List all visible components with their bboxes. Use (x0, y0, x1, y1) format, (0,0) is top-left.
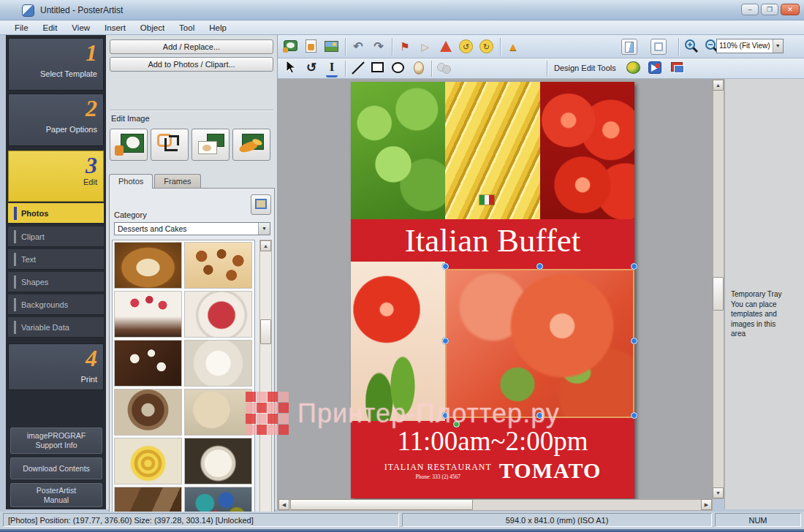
selection-handle-bottom-center[interactable] (536, 412, 543, 419)
scrollbar-thumb[interactable] (713, 277, 724, 311)
photo-thumbnail[interactable] (114, 438, 182, 484)
design-canvas[interactable]: Italian Buffet 11:00am~2:00pm ITALIAN RE… (278, 79, 713, 499)
select-tool-icon[interactable] (282, 60, 300, 77)
flip-horizontal-button[interactable]: ⚑ (396, 38, 414, 56)
tomatoes-photo[interactable] (540, 82, 634, 219)
effects-cone-button[interactable]: ▲ (504, 38, 522, 56)
poster-info-band[interactable]: 11:00am~2:00pm ITALIAN RESTAURANT Phone:… (351, 421, 634, 498)
scroll-up-icon[interactable]: ▲ (713, 80, 724, 91)
frame-style-button[interactable] (651, 39, 667, 55)
rotate-right-button[interactable]: ↻ (478, 38, 496, 56)
step-select-template[interactable]: 1 Select Template (8, 38, 104, 91)
scroll-down-icon[interactable]: ▼ (713, 487, 724, 498)
background-remove-tool-icon[interactable] (626, 60, 643, 77)
stamp-tool-icon[interactable] (411, 60, 428, 77)
temporary-tray[interactable]: Temporary Tray You can place templates a… (724, 79, 804, 509)
tomato-pea-photo[interactable] (351, 262, 445, 421)
canvas-vertical-scrollbar[interactable]: ▲ ▼ (713, 79, 724, 499)
sidebar-item-text[interactable]: Text (8, 249, 104, 270)
menu-tool[interactable]: Tool (172, 22, 202, 34)
selection-handle-bottom-right[interactable] (631, 412, 637, 419)
posterartist-manual-button[interactable]: PosterArtist Manual (10, 483, 102, 507)
photo-thumbnail[interactable] (114, 291, 182, 338)
photo-edit-tool-icon[interactable] (670, 60, 687, 77)
poster-title[interactable]: Italian Buffet (405, 221, 580, 259)
selection-handle-mid-left[interactable] (442, 338, 449, 344)
step-edit[interactable]: 3 Edit (8, 151, 104, 202)
scroll-left-icon[interactable]: ◀ (278, 499, 289, 510)
rotate-left-button[interactable]: ↺ (458, 38, 475, 56)
category-dropdown[interactable]: Desserts and Cakes ▼ (114, 222, 270, 235)
scrollbar-thumb[interactable] (260, 319, 271, 344)
frame-tool-button[interactable] (191, 129, 230, 161)
photo-thumbnail[interactable] (184, 389, 252, 436)
menu-view[interactable]: View (64, 22, 97, 34)
variable-data-tool-icon[interactable] (648, 60, 665, 77)
flip-vertical-button[interactable]: ▷ (417, 38, 434, 56)
lettuce-photo[interactable] (351, 82, 445, 219)
close-button[interactable]: ✕ (781, 4, 800, 15)
photo-grid-scrollbar[interactable]: ▲ ▼ (259, 240, 272, 532)
poster-page[interactable]: Italian Buffet 11:00am~2:00pm ITALIAN RE… (351, 82, 634, 498)
selection-handle-top-center[interactable] (536, 263, 543, 270)
canvas-horizontal-scrollbar[interactable]: ◀ ▶ (278, 499, 713, 511)
rotate-tool-icon[interactable]: ↺ (303, 60, 320, 77)
rotate-handle[interactable] (453, 421, 460, 428)
photo-thumbnail[interactable] (114, 389, 182, 436)
minimize-button[interactable]: – (741, 4, 759, 15)
selection-handle-mid-right[interactable] (631, 338, 637, 344)
menu-insert[interactable]: Insert (97, 22, 133, 34)
photo-thumbnail[interactable] (114, 340, 182, 387)
menu-object[interactable]: Object (133, 22, 172, 34)
paper-view-button[interactable] (621, 39, 637, 55)
add-replace-button[interactable]: Add / Replace... (110, 39, 273, 54)
selection-handle-top-right[interactable] (631, 263, 637, 270)
sidebar-item-photos[interactable]: Photos (8, 203, 104, 224)
step-print[interactable]: 4 Print (8, 343, 104, 390)
undo-button[interactable]: ↶ (349, 38, 367, 56)
restaurant-name[interactable]: TOMATO (499, 458, 601, 483)
menu-edit[interactable]: Edit (36, 22, 65, 34)
zoom-in-icon[interactable] (683, 38, 700, 56)
tab-frames[interactable]: Frames (154, 174, 200, 189)
restaurant-label[interactable]: ITALIAN RESTAURANT (384, 462, 492, 473)
menu-help[interactable]: Help (202, 22, 234, 34)
maximize-button[interactable]: ❐ (761, 4, 778, 15)
selected-tomato-slice-photo[interactable] (445, 269, 634, 418)
photo-thumbnail[interactable] (184, 438, 252, 484)
ellipse-tool-icon[interactable] (390, 60, 408, 77)
insert-template-button[interactable] (303, 38, 320, 56)
thumbnail-view-button[interactable] (251, 194, 271, 215)
sidebar-item-backgrounds[interactable]: Backgrounds (8, 294, 104, 315)
photo-library-button[interactable] (323, 38, 341, 56)
chevron-down-icon[interactable]: ▼ (258, 223, 270, 235)
download-contents-button[interactable]: Download Contents (10, 457, 102, 479)
add-image-button[interactable] (282, 38, 300, 56)
poster-hours[interactable]: 11:00am~2:00pm (351, 425, 634, 457)
retouch-tool-button[interactable] (232, 129, 270, 161)
scroll-right-icon[interactable]: ▶ (701, 499, 712, 510)
selection-handle-bottom-left[interactable] (442, 412, 449, 419)
restaurant-phone[interactable]: Phone: 333 (2) 4567 (384, 474, 492, 480)
rotate-object-button[interactable] (437, 38, 455, 56)
line-tool-icon[interactable] (349, 60, 367, 77)
scroll-up-icon[interactable]: ▲ (260, 240, 271, 251)
photo-thumbnail[interactable] (184, 291, 252, 338)
italian-flag-icon[interactable] (479, 194, 495, 205)
photo-thumbnail[interactable] (114, 242, 182, 289)
zoom-level-combobox[interactable]: 110% (Fit View) ▼ (716, 39, 784, 53)
step-paper-options[interactable]: 2 Paper Options (8, 94, 104, 146)
redo-button[interactable]: ↷ (370, 38, 387, 56)
sidebar-item-clipart[interactable]: Clipart (8, 227, 104, 247)
menu-file[interactable]: File (7, 22, 36, 34)
tab-photos[interactable]: Photos (109, 174, 153, 189)
photo-thumbnail[interactable] (184, 340, 252, 387)
rectangle-tool-icon[interactable] (370, 60, 387, 77)
poster-title-band[interactable]: Italian Buffet (351, 219, 634, 262)
sidebar-item-variable-data[interactable]: Variable Data (8, 317, 104, 338)
photo-thumbnail[interactable] (184, 242, 252, 289)
text-tool-icon[interactable]: I (326, 60, 338, 77)
trim-tool-button[interactable] (151, 129, 189, 161)
pattern-tool-icon[interactable] (436, 60, 453, 77)
sidebar-item-shapes[interactable]: Shapes (8, 272, 104, 292)
